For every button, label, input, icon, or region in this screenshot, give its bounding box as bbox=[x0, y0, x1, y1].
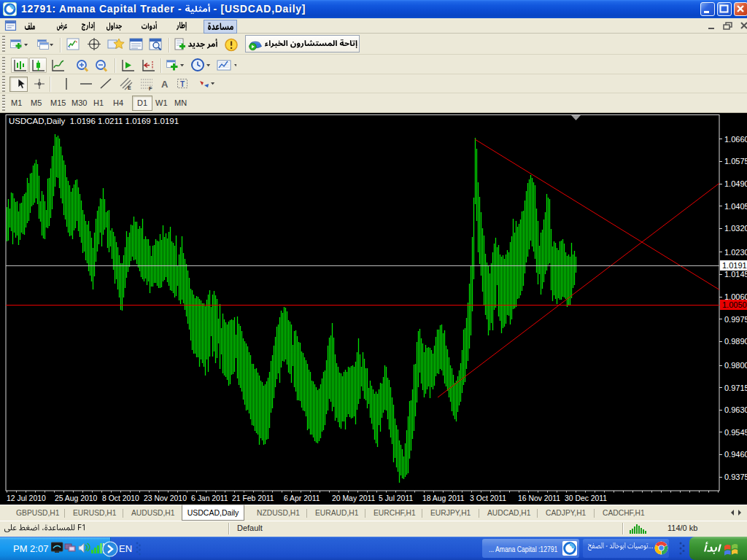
svg-text:1.0230: 1.0230 bbox=[724, 248, 747, 257]
svg-text:3 Oct 2011: 3 Oct 2011 bbox=[470, 494, 506, 502]
svg-text:0.9630: 0.9630 bbox=[724, 405, 747, 414]
svg-text:6 Apr 2011: 6 Apr 2011 bbox=[284, 494, 320, 502]
svg-text:1.0575: 1.0575 bbox=[724, 157, 747, 166]
svg-text:0.9890: 0.9890 bbox=[724, 337, 747, 346]
svg-text:30 Dec 2011: 30 Dec 2011 bbox=[565, 494, 607, 502]
svg-text:6 Jan 2011: 6 Jan 2011 bbox=[191, 494, 228, 502]
svg-text:1.0050: 1.0050 bbox=[722, 300, 747, 309]
svg-text:E: E bbox=[128, 85, 131, 90]
svg-text:USDCAD,Daily 1.0196 1.0211 1.: USDCAD,Daily 1.0196 1.0211 1.0169 1.0191 bbox=[9, 117, 179, 125]
svg-text:1.0660: 1.0660 bbox=[724, 135, 747, 144]
svg-text:23 Nov 2010: 23 Nov 2010 bbox=[144, 494, 187, 502]
svg-text:20 May 2011: 20 May 2011 bbox=[332, 494, 376, 502]
svg-text:A: A bbox=[161, 79, 169, 90]
svg-text:0.9975: 0.9975 bbox=[724, 315, 747, 324]
svg-text:18 Aug 2011: 18 Aug 2011 bbox=[422, 494, 465, 502]
svg-text:0.9800: 0.9800 bbox=[724, 361, 747, 370]
svg-text:F: F bbox=[149, 86, 152, 91]
svg-text:1.0405: 1.0405 bbox=[724, 202, 747, 211]
svg-text:1.0320: 1.0320 bbox=[724, 224, 747, 233]
svg-text:1.0490: 1.0490 bbox=[724, 179, 747, 188]
svg-text:12 Jul 2010: 12 Jul 2010 bbox=[7, 494, 46, 502]
svg-text:5 Jul 2011: 5 Jul 2011 bbox=[379, 494, 413, 502]
svg-text:1.0191: 1.0191 bbox=[722, 261, 747, 270]
svg-text:0.9460: 0.9460 bbox=[724, 450, 747, 459]
svg-text:0.9375: 0.9375 bbox=[724, 472, 747, 481]
svg-text:8 Oct 2010: 8 Oct 2010 bbox=[102, 494, 139, 502]
svg-text:1.0145: 1.0145 bbox=[724, 270, 747, 279]
svg-text:0.9715: 0.9715 bbox=[724, 384, 747, 392]
svg-text:0.9545: 0.9545 bbox=[724, 428, 747, 437]
svg-text:T: T bbox=[180, 80, 185, 88]
svg-text:21 Feb 2011: 21 Feb 2011 bbox=[232, 494, 274, 502]
svg-text:16 Nov 2011: 16 Nov 2011 bbox=[518, 494, 560, 502]
svg-text:25 Aug 2010: 25 Aug 2010 bbox=[55, 494, 98, 502]
